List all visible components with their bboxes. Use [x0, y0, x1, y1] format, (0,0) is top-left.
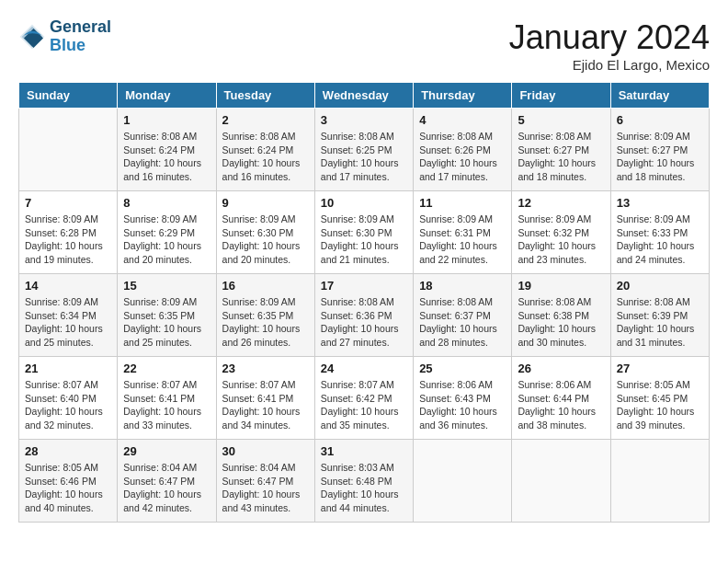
day-info: Sunrise: 8:08 AMSunset: 6:37 PMDaylight:…: [419, 295, 506, 350]
day-info: Sunrise: 8:08 AMSunset: 6:25 PMDaylight:…: [321, 130, 407, 184]
calendar-cell: [610, 440, 709, 523]
day-info: Sunrise: 8:09 AMSunset: 6:35 PMDaylight:…: [222, 295, 309, 350]
day-number: 5: [518, 113, 604, 127]
page-header: General Blue January 2024 Ejido El Largo…: [18, 18, 710, 73]
day-number: 26: [518, 362, 604, 375]
day-number: 10: [321, 196, 407, 210]
calendar-cell: [19, 109, 118, 191]
day-number: 16: [222, 279, 309, 293]
day-info: Sunrise: 8:04 AMSunset: 6:47 PMDaylight:…: [123, 461, 210, 515]
day-info: Sunrise: 8:05 AMSunset: 6:46 PMDaylight:…: [25, 461, 111, 515]
day-info: Sunrise: 8:07 AMSunset: 6:40 PMDaylight:…: [25, 378, 111, 432]
day-number: 2: [222, 113, 309, 127]
calendar-week-3: 14Sunrise: 8:09 AMSunset: 6:34 PMDayligh…: [19, 274, 710, 357]
day-number: 25: [419, 362, 506, 375]
calendar-cell: 26Sunrise: 8:06 AMSunset: 6:44 PMDayligh…: [512, 357, 610, 440]
day-number: 30: [222, 444, 309, 458]
day-info: Sunrise: 8:08 AMSunset: 6:38 PMDaylight:…: [518, 295, 604, 350]
day-number: 17: [321, 279, 407, 293]
calendar-week-2: 7Sunrise: 8:09 AMSunset: 6:28 PMDaylight…: [19, 191, 710, 274]
calendar-cell: 14Sunrise: 8:09 AMSunset: 6:34 PMDayligh…: [19, 274, 118, 357]
day-info: Sunrise: 8:09 AMSunset: 6:28 PMDaylight:…: [25, 213, 111, 267]
calendar-cell: 18Sunrise: 8:08 AMSunset: 6:37 PMDayligh…: [414, 274, 512, 357]
calendar-cell: 28Sunrise: 8:05 AMSunset: 6:46 PMDayligh…: [19, 440, 118, 523]
day-number: 31: [321, 444, 407, 458]
day-number: 7: [25, 196, 111, 210]
calendar-cell: 22Sunrise: 8:07 AMSunset: 6:41 PMDayligh…: [118, 357, 216, 440]
logo-text: General Blue: [50, 18, 111, 55]
day-info: Sunrise: 8:09 AMSunset: 6:33 PMDaylight:…: [617, 213, 703, 267]
day-info: Sunrise: 8:08 AMSunset: 6:39 PMDaylight:…: [617, 295, 703, 350]
day-number: 11: [419, 196, 506, 210]
calendar-week-1: 1Sunrise: 8:08 AMSunset: 6:24 PMDaylight…: [19, 109, 710, 191]
calendar-cell: 2Sunrise: 8:08 AMSunset: 6:24 PMDaylight…: [216, 109, 314, 191]
calendar-cell: 3Sunrise: 8:08 AMSunset: 6:25 PMDaylight…: [314, 109, 413, 191]
calendar-cell: 10Sunrise: 8:09 AMSunset: 6:30 PMDayligh…: [314, 191, 413, 274]
calendar-cell: 24Sunrise: 8:07 AMSunset: 6:42 PMDayligh…: [314, 357, 413, 440]
header-wednesday: Wednesday: [314, 83, 413, 109]
month-title: January 2024: [509, 18, 710, 57]
day-number: 6: [617, 113, 703, 127]
logo: General Blue: [18, 18, 111, 55]
calendar-cell: 1Sunrise: 8:08 AMSunset: 6:24 PMDaylight…: [118, 109, 216, 191]
location: Ejido El Largo, Mexico: [509, 57, 710, 73]
calendar-cell: 8Sunrise: 8:09 AMSunset: 6:29 PMDaylight…: [118, 191, 216, 274]
day-number: 1: [123, 113, 210, 127]
day-info: Sunrise: 8:07 AMSunset: 6:42 PMDaylight:…: [321, 378, 407, 432]
day-info: Sunrise: 8:08 AMSunset: 6:26 PMDaylight:…: [419, 130, 506, 184]
day-number: 18: [419, 279, 506, 293]
day-info: Sunrise: 8:07 AMSunset: 6:41 PMDaylight:…: [222, 378, 309, 432]
day-info: Sunrise: 8:08 AMSunset: 6:27 PMDaylight:…: [518, 130, 604, 184]
day-number: 20: [617, 279, 703, 293]
calendar-cell: 15Sunrise: 8:09 AMSunset: 6:35 PMDayligh…: [118, 274, 216, 357]
header-thursday: Thursday: [414, 83, 512, 109]
day-number: 13: [617, 196, 703, 210]
day-info: Sunrise: 8:09 AMSunset: 6:32 PMDaylight:…: [518, 213, 604, 267]
day-number: 4: [419, 113, 506, 127]
day-info: Sunrise: 8:04 AMSunset: 6:47 PMDaylight:…: [222, 461, 309, 515]
day-number: 3: [321, 113, 407, 127]
calendar-cell: 25Sunrise: 8:06 AMSunset: 6:43 PMDayligh…: [414, 357, 512, 440]
header-friday: Friday: [512, 83, 610, 109]
header-saturday: Saturday: [610, 83, 709, 109]
day-number: 12: [518, 196, 604, 210]
day-info: Sunrise: 8:07 AMSunset: 6:41 PMDaylight:…: [123, 378, 210, 432]
calendar-cell: 13Sunrise: 8:09 AMSunset: 6:33 PMDayligh…: [610, 191, 709, 274]
calendar-header-row: SundayMondayTuesdayWednesdayThursdayFrid…: [19, 83, 710, 109]
day-number: 21: [25, 362, 111, 375]
calendar-cell: 27Sunrise: 8:05 AMSunset: 6:45 PMDayligh…: [610, 357, 709, 440]
calendar-cell: 6Sunrise: 8:09 AMSunset: 6:27 PMDaylight…: [610, 109, 709, 191]
calendar-cell: 31Sunrise: 8:03 AMSunset: 6:48 PMDayligh…: [314, 440, 413, 523]
header-monday: Monday: [118, 83, 216, 109]
calendar-cell: 23Sunrise: 8:07 AMSunset: 6:41 PMDayligh…: [216, 357, 314, 440]
day-info: Sunrise: 8:09 AMSunset: 6:31 PMDaylight:…: [419, 213, 506, 267]
calendar-cell: 7Sunrise: 8:09 AMSunset: 6:28 PMDaylight…: [19, 191, 118, 274]
day-info: Sunrise: 8:08 AMSunset: 6:24 PMDaylight:…: [123, 130, 210, 184]
header-sunday: Sunday: [19, 83, 118, 109]
day-info: Sunrise: 8:08 AMSunset: 6:24 PMDaylight:…: [222, 130, 309, 184]
day-info: Sunrise: 8:09 AMSunset: 6:27 PMDaylight:…: [617, 130, 703, 184]
calendar-cell: 30Sunrise: 8:04 AMSunset: 6:47 PMDayligh…: [216, 440, 314, 523]
calendar-table: SundayMondayTuesdayWednesdayThursdayFrid…: [18, 82, 710, 523]
day-info: Sunrise: 8:09 AMSunset: 6:30 PMDaylight:…: [222, 213, 309, 267]
calendar-cell: 19Sunrise: 8:08 AMSunset: 6:38 PMDayligh…: [512, 274, 610, 357]
day-info: Sunrise: 8:05 AMSunset: 6:45 PMDaylight:…: [617, 378, 703, 432]
calendar-cell: 9Sunrise: 8:09 AMSunset: 6:30 PMDaylight…: [216, 191, 314, 274]
day-number: 23: [222, 362, 309, 375]
day-info: Sunrise: 8:09 AMSunset: 6:29 PMDaylight:…: [123, 213, 210, 267]
day-info: Sunrise: 8:09 AMSunset: 6:35 PMDaylight:…: [123, 295, 210, 350]
day-number: 9: [222, 196, 309, 210]
calendar-cell: 12Sunrise: 8:09 AMSunset: 6:32 PMDayligh…: [512, 191, 610, 274]
day-number: 22: [123, 362, 210, 375]
calendar-cell: 11Sunrise: 8:09 AMSunset: 6:31 PMDayligh…: [414, 191, 512, 274]
day-number: 15: [123, 279, 210, 293]
calendar-cell: [512, 440, 610, 523]
day-number: 27: [617, 362, 703, 375]
calendar-cell: 21Sunrise: 8:07 AMSunset: 6:40 PMDayligh…: [19, 357, 118, 440]
calendar-cell: [414, 440, 512, 523]
title-block: January 2024 Ejido El Largo, Mexico: [509, 18, 710, 73]
day-info: Sunrise: 8:06 AMSunset: 6:43 PMDaylight:…: [419, 378, 506, 432]
calendar-week-5: 28Sunrise: 8:05 AMSunset: 6:46 PMDayligh…: [19, 440, 710, 523]
calendar-cell: 17Sunrise: 8:08 AMSunset: 6:36 PMDayligh…: [314, 274, 413, 357]
day-number: 14: [25, 279, 111, 293]
